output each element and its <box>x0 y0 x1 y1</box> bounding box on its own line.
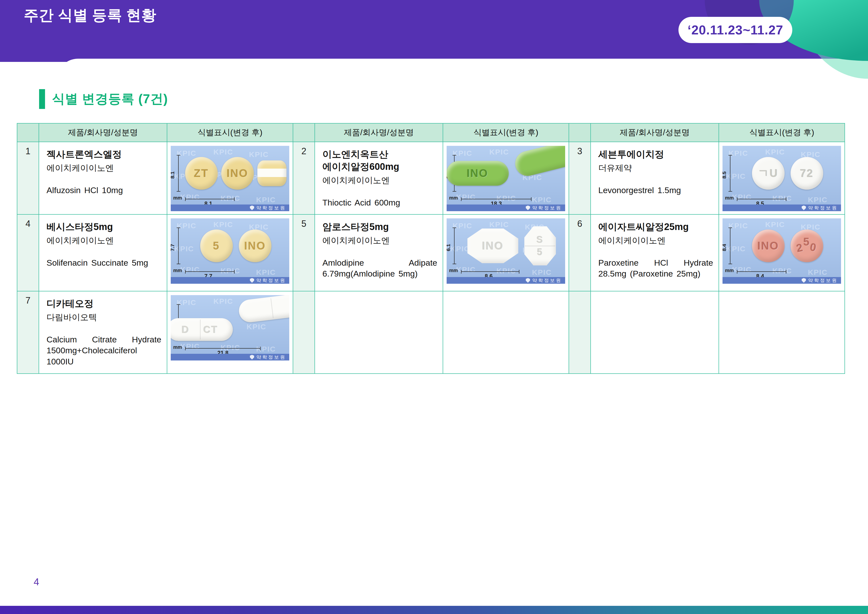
drug-image-cell: KPICKPICKPICKPICKPICKPICKPICKPICKPIC8.2I… <box>443 142 569 215</box>
drug-image-cell: KPICKPICKPICKPICKPICKPICKPICKPICKPIC8.4I… <box>719 215 845 291</box>
drug-name: 이노엔치옥트산 에이치알정600mg <box>322 148 437 173</box>
drug-info: 에이자트씨알정25mg 에이치케이이노엔 Paroxetine HCl Hydr… <box>591 215 719 291</box>
pill-image: KPICKPICKPICKPICKPICKPICKPICKPICKPIC8.5ㄱ… <box>722 146 841 211</box>
row-number: 1 <box>17 142 39 215</box>
bottom-gradient-bar <box>0 606 868 614</box>
drug-company: 에이치케이이노엔 <box>598 235 713 246</box>
pill-image: KPICKPICKPICKPICKPICKPICKPICKPICKPIC7.75… <box>171 218 289 284</box>
drug-info-empty <box>591 291 719 374</box>
date-badge: ‘20.11.23~11.27 <box>679 17 792 43</box>
drug-company: 에이치케이이노엔 <box>46 235 161 246</box>
col-header-blank <box>293 124 315 142</box>
drug-image-cell-empty <box>443 291 569 374</box>
row-number: 2 <box>293 142 315 215</box>
section-title: 식별 변경등록 (7건) <box>52 90 168 108</box>
col-header-product: 제품/회사명/성분명 <box>591 124 719 142</box>
drug-name: 에이자트씨알정25mg <box>598 221 713 233</box>
section-header: 식별 변경등록 (7건) <box>39 89 168 109</box>
col-header-product: 제품/회사명/성분명 <box>315 124 443 142</box>
col-header-blank <box>569 124 591 142</box>
col-header-mark: 식별표시(변경 후) <box>443 124 569 142</box>
col-header-product: 제품/회사명/성분명 <box>39 124 167 142</box>
drug-company: 에이치케이이노엔 <box>322 175 437 186</box>
row-number: 3 <box>569 142 591 215</box>
row-number: 7 <box>17 291 39 374</box>
drug-name: 디카테오정 <box>46 297 161 310</box>
drug-image-cell: KPICKPICKPICKPICKPICKPICKPICKPICKPIC6.1I… <box>443 215 569 291</box>
row-number-empty <box>569 291 591 374</box>
drug-ingredient: Levonorgestrel 1.5mg <box>598 185 713 196</box>
pill-image: KPICKPICKPICKPICKPICKPICKPICKPICKPIC6.1I… <box>446 218 565 284</box>
row-number-empty <box>293 291 315 374</box>
drug-info: 이노엔치옥트산 에이치알정600mg 에이치케이이노엔 Thioctic Aci… <box>315 142 443 215</box>
pill-image: KPICKPICKPICKPICKPICKPICKPICKPICKPIC9.3D… <box>171 295 289 361</box>
col-header-mark: 식별표시(변경 후) <box>167 124 293 142</box>
drug-ingredient: Alfuzosin HCl 10mg <box>46 185 161 196</box>
drug-image-cell: KPICKPICKPICKPICKPICKPICKPICKPICKPIC9.3D… <box>167 291 293 374</box>
drug-ingredient: Amlodipine Adipate 6.79mg(Amlodipine 5mg… <box>322 257 437 279</box>
drug-company: 에이치케이이노엔 <box>46 162 161 174</box>
drug-image-cell: KPICKPICKPICKPICKPICKPICKPICKPICKPIC8.5ㄱ… <box>719 142 845 215</box>
drug-image-cell-empty <box>719 291 845 374</box>
row-number: 5 <box>293 215 315 291</box>
pill-image: KPICKPICKPICKPICKPICKPICKPICKPICKPIC8.4I… <box>722 218 841 284</box>
drug-info: 세븐투에이치정 더유제약 Levonorgestrel 1.5mg <box>591 142 719 215</box>
drug-name: 베시스타정5mg <box>46 221 161 233</box>
page-number: 4 <box>34 577 39 588</box>
drug-table: 제품/회사명/성분명 식별표시(변경 후) 제품/회사명/성분명 식별표시(변경… <box>17 123 845 374</box>
drug-image-cell: KPICKPICKPICKPICKPICKPICKPICKPICKPIC8.1Z… <box>167 142 293 215</box>
row-number: 4 <box>17 215 39 291</box>
drug-ingredient: Solifenacin Succinate 5mg <box>46 257 161 268</box>
page-title: 주간 식별 등록 현황 <box>24 5 157 25</box>
col-header-blank <box>17 124 39 142</box>
drug-info: 젝사트론엑스엘정 에이치케이이노엔 Alfuzosin HCl 10mg <box>39 142 167 215</box>
drug-ingredient: Thioctic Acid 600mg <box>322 197 437 208</box>
drug-info-empty <box>315 291 443 374</box>
drug-info: 디카테오정 다림바이오텍 Calcium Citrate Hydrate 150… <box>39 291 167 374</box>
drug-image-cell: KPICKPICKPICKPICKPICKPICKPICKPICKPIC7.75… <box>167 215 293 291</box>
drug-info: 베시스타정5mg 에이치케이이노엔 Solifenacin Succinate … <box>39 215 167 291</box>
drug-company: 더유제약 <box>598 162 713 174</box>
drug-ingredient: Paroxetine HCl Hydrate 28.5mg (Paroxetin… <box>598 257 713 279</box>
drug-company: 에이치케이이노엔 <box>322 235 437 246</box>
drug-company: 다림바이오텍 <box>46 312 161 323</box>
drug-ingredient: Calcium Citrate Hydrate 1500mg+Cholecalc… <box>46 334 161 367</box>
date-range-label: ‘20.11.23~11.27 <box>688 23 783 37</box>
drug-name: 젝사트론엑스엘정 <box>46 148 161 160</box>
pill-image: KPICKPICKPICKPICKPICKPICKPICKPICKPIC8.2I… <box>446 146 565 211</box>
col-header-mark: 식별표시(변경 후) <box>719 124 845 142</box>
section-accent-bar <box>39 89 45 109</box>
row-number: 6 <box>569 215 591 291</box>
drug-info: 암로스타정5mg 에이치케이이노엔 Amlodipine Adipate 6.7… <box>315 215 443 291</box>
pill-image: KPICKPICKPICKPICKPICKPICKPICKPICKPIC8.1Z… <box>171 146 289 211</box>
drug-name: 암로스타정5mg <box>322 221 437 233</box>
drug-name: 세븐투에이치정 <box>598 148 713 160</box>
